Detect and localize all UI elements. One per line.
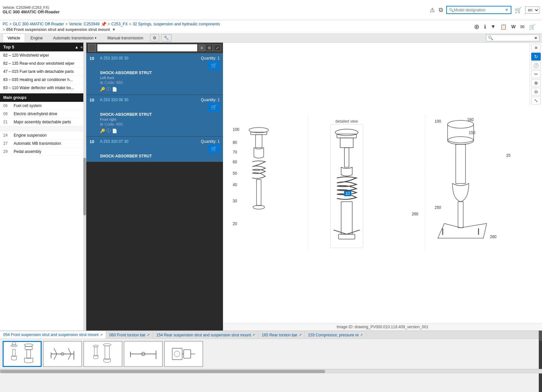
doc-icon-0[interactable]: 📄	[112, 87, 117, 92]
rotate-btn[interactable]: ↻	[531, 53, 541, 61]
thumb-tab-3[interactable]: 165 Rear torsion bar ↗	[258, 331, 305, 339]
d-fit-btn[interactable]: ⤡	[531, 97, 541, 104]
filter-btn[interactable]: ▼	[489, 23, 497, 30]
tab-manual-transmission[interactable]: Manual transmission	[103, 34, 148, 42]
part-cart-btn-2[interactable]: 🛒	[208, 144, 220, 153]
top5-up-icon[interactable]: ▲	[75, 45, 78, 49]
breadcrumb-vehicle-model[interactable]: GLC 300 4MATIC Off-Roader	[13, 22, 64, 26]
list-view-btn[interactable]: ≡	[199, 45, 205, 51]
search-icon: 🔍	[449, 8, 454, 12]
part-pos-1: 10	[90, 98, 97, 102]
thumb-tab-2[interactable]: 154 Rear suspension strut and suspension…	[153, 331, 258, 339]
part-item-0[interactable]: 10 A 253 320 05 30 Quantity: 1 🛒 SHOCK-A…	[86, 53, 223, 95]
search-clear-btn[interactable]: ✕	[505, 7, 509, 13]
thumb-tab-ext-3[interactable]: ↗	[299, 333, 301, 337]
wis-btn[interactable]: W	[510, 23, 517, 30]
mail-btn[interactable]: ✉	[519, 23, 526, 31]
sidebar-item-0[interactable]: 82 – 120 Windshield wiper	[0, 51, 86, 60]
sidebar-item-2[interactable]: 47 – 015 Fuel tank with detachable parts	[0, 68, 86, 76]
key-icon-1[interactable]: 🔑	[100, 128, 105, 133]
doc-btn[interactable]: 📋	[499, 23, 508, 31]
thumb-image-4[interactable]	[164, 341, 203, 367]
svg-text:150: 150	[469, 130, 475, 135]
part-item-1[interactable]: 10 A 253 320 06 30 Quantity: 1 🛒 SHOCK-A…	[86, 95, 223, 137]
sidebar-group-29[interactable]: 29 Pedal assembly	[0, 148, 86, 156]
tab-search-clear[interactable]: ✕	[534, 36, 537, 40]
thumb-image-3[interactable]	[124, 341, 163, 367]
sidebar-group-21[interactable]: 21 Major assembly detachable parts	[0, 118, 86, 126]
thumb-tab-label-1: 060 Front torsion bar	[109, 333, 146, 337]
tab-search-input[interactable]	[494, 36, 533, 40]
thumb-image-2[interactable]	[83, 341, 122, 367]
breadcrumb-vehicle[interactable]: Vehicle: C253949	[69, 22, 100, 26]
grid-view-btn[interactable]: ⊞	[206, 45, 213, 51]
svg-text:100: 100	[435, 119, 441, 124]
sidebar-group-24[interactable]: 24 Engine suspension	[0, 131, 86, 140]
history-btn[interactable]: 🕐	[531, 61, 541, 69]
cart-toolbar-btn[interactable]: 🛒	[528, 23, 537, 31]
breadcrumb-pc[interactable]: PC	[3, 22, 8, 26]
expand-view-btn[interactable]: ⤢	[214, 45, 221, 51]
sidebar-item-1[interactable]: 82 – 135 Rear-end door windshield wiper	[0, 60, 86, 68]
parts-scroll[interactable]: 10 A 253 320 05 30 Quantity: 1 🛒 SHOCK-A…	[86, 53, 223, 331]
sidebar-group-08[interactable]: 08 Electric drive/hybrid drive	[0, 110, 86, 118]
breadcrumb-dropdown-btn[interactable]: ▼	[112, 27, 116, 32]
tab-engine[interactable]: Engine	[26, 34, 48, 42]
doc-icon-1[interactable]: 📄	[112, 128, 117, 133]
tab-automatic-transmission[interactable]: Automatic transmission ▼	[48, 34, 102, 42]
scissors-btn[interactable]: ✂	[531, 70, 541, 78]
vehicle-pin-icon[interactable]: 📌	[101, 21, 106, 27]
part-id-0: A 253 320 05 30	[100, 56, 201, 61]
lang-select[interactable]: en	[525, 7, 539, 14]
breadcrumb-c253fx[interactable]: C253_FX	[111, 22, 128, 26]
part-pos-2: 10	[90, 139, 97, 144]
model-search-box[interactable]: 🔍 ✕	[446, 6, 511, 14]
model-search-input[interactable]	[454, 8, 505, 12]
cart-icon-btn[interactable]: 🛒	[514, 6, 522, 14]
diagram-area: 100 80 70 60 50 40 30 20	[223, 43, 542, 331]
part-cart-btn-0[interactable]: 🛒	[208, 61, 220, 70]
breadcrumb-32[interactable]: 32 Springs, suspension and hydraulic com…	[132, 22, 220, 26]
parts-list: ≡ ⊞ ⤢ 10 A 253 320 05 30 Quantity: 1 🛒 S…	[86, 43, 223, 331]
top5-collapse-icon[interactable]: «	[80, 45, 83, 49]
thumb-image-0[interactable]	[3, 341, 42, 367]
svg-text:25: 25	[506, 153, 511, 158]
key-icon-0[interactable]: 🔑	[100, 87, 105, 92]
part-item-2[interactable]: 10 A 253 320 07 30 Quantity: 1 🛒 SHOCK-A…	[86, 137, 223, 162]
thumb-tab-0[interactable]: 054 Front suspension strut and suspensio…	[0, 331, 106, 339]
tab-search-box[interactable]: 🔍 ✕	[486, 34, 539, 41]
sidebar-group-06[interactable]: 06 Fuel cell system	[0, 102, 86, 110]
warning-icon-btn[interactable]: ⚠	[429, 6, 436, 14]
tab-icon-tool[interactable]: 🔧	[161, 34, 172, 42]
sidebar-scroll-thumb[interactable]	[83, 158, 86, 215]
thumb-tab-ext-4[interactable]: ↗	[360, 333, 363, 337]
info-icon-1[interactable]: ⓘ	[106, 128, 111, 134]
parts-list-search[interactable]	[97, 44, 197, 51]
thumb-tab-ext-1[interactable]: ↗	[147, 333, 149, 337]
sidebar-item-3[interactable]: 83 – 035 Heating and air conditioner h..…	[0, 76, 86, 84]
bottom-scrollbar[interactable]	[0, 369, 542, 373]
tab-icon-gear[interactable]: ⚙	[150, 34, 159, 42]
d-zoom-out-btn[interactable]: ⊖	[531, 88, 541, 96]
copy-icon-btn[interactable]: ⧉	[438, 6, 444, 14]
thumb-tab-ext-2[interactable]: ↗	[252, 333, 255, 337]
zoom-in-btn[interactable]: ⊕	[473, 22, 481, 31]
thumb-tab-ext-0[interactable]: ↗	[100, 333, 103, 337]
tab-vehicle[interactable]: Vehicle	[3, 34, 25, 42]
scrollbar-thumb[interactable]	[0, 370, 325, 373]
top-header: Vehicle: C253949 (C253_FX) GLC 300 4MATI…	[0, 0, 542, 20]
sidebar-group-27[interactable]: 27 Automatic MB transmission	[0, 140, 86, 148]
sidebar-scrollbar[interactable]	[83, 43, 86, 331]
d-zoom-in-btn[interactable]: ⊕	[531, 79, 541, 87]
part-cart-btn-1[interactable]: 🛒	[208, 103, 220, 112]
thumb-tab-4[interactable]: 233 Compressor, pressure re ↗	[305, 331, 366, 339]
breadcrumb-current: 054 Front suspension strut and suspensio…	[6, 27, 110, 32]
thumb-image-1[interactable]	[43, 341, 82, 367]
info-icon-0[interactable]: ⓘ	[106, 86, 111, 92]
thumb-tab-label-4: 233 Compressor, pressure re	[308, 333, 359, 337]
sidebar-item-4[interactable]: 83 – 110 Water deflector with intake bo.…	[0, 84, 86, 92]
info-btn[interactable]: ℹ	[483, 23, 487, 31]
part-id-1: A 253 320 06 30	[100, 98, 201, 102]
thumb-tab-1[interactable]: 060 Front torsion bar ↗	[106, 331, 153, 339]
close-panel-btn[interactable]: ✕	[531, 44, 541, 52]
